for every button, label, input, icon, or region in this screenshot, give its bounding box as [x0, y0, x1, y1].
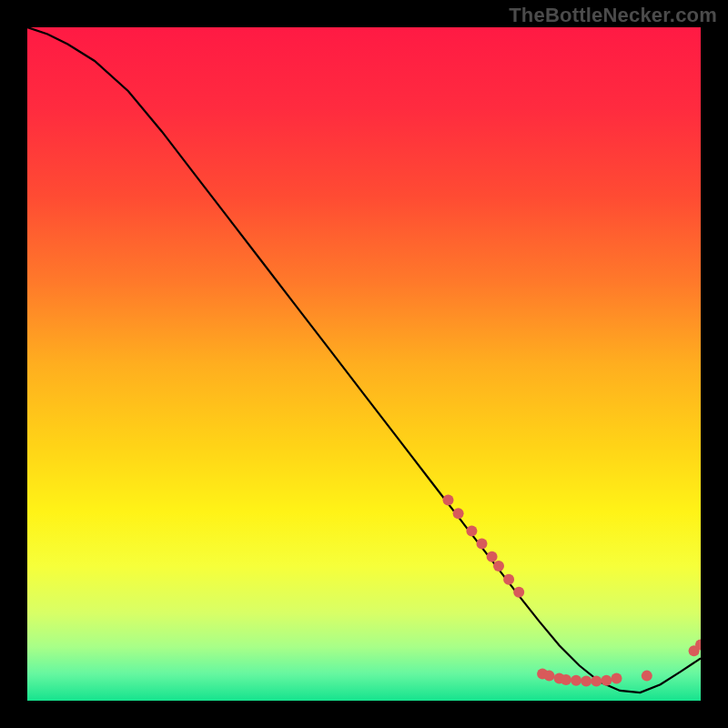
- chart-plot-area: [27, 27, 701, 701]
- data-marker: [612, 673, 622, 684]
- data-marker: [466, 526, 477, 537]
- data-marker: [513, 587, 524, 598]
- data-marker: [581, 676, 592, 687]
- data-marker: [443, 494, 454, 505]
- data-marker: [544, 671, 555, 682]
- data-marker: [477, 539, 488, 550]
- data-marker: [591, 676, 602, 687]
- chart-svg: [27, 27, 701, 701]
- data-marker: [601, 675, 612, 686]
- data-marker: [453, 508, 464, 519]
- data-marker: [493, 561, 504, 571]
- data-marker: [642, 671, 652, 682]
- data-marker: [571, 675, 581, 686]
- data-marker: [503, 574, 514, 585]
- chart-stage: TheBottleNecker.com: [0, 0, 728, 728]
- data-marker: [487, 551, 498, 562]
- chart-background: [27, 27, 701, 701]
- watermark-text: TheBottleNecker.com: [509, 4, 717, 27]
- data-marker: [561, 674, 571, 685]
